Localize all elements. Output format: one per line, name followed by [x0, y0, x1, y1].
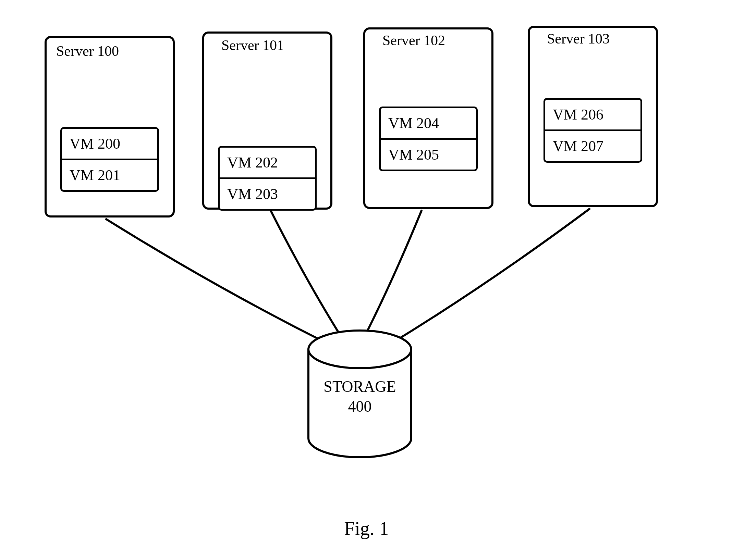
- vm-stack: VM 204VM 205: [379, 107, 478, 170]
- server-label: Server 103: [543, 28, 613, 49]
- storage-label: STORAGE 400: [315, 377, 404, 416]
- server-100: Server 100VM 200VM 201: [45, 36, 175, 217]
- connection-line: [363, 211, 422, 339]
- vm-box: VM 206: [543, 98, 642, 131]
- vm-box: VM 200: [60, 127, 159, 160]
- vm-box: VM 207: [543, 129, 642, 163]
- vm-box: VM 202: [218, 146, 317, 179]
- server-label: Server 102: [379, 30, 449, 51]
- figure-caption: Fig. 1: [0, 518, 733, 539]
- vm-box: VM 201: [60, 159, 159, 192]
- storage-label-line2: 400: [315, 397, 404, 416]
- svg-point-0: [308, 331, 411, 368]
- server-label: Server 101: [218, 35, 288, 55]
- connection-line: [271, 211, 343, 339]
- vm-stack: VM 200VM 201: [60, 127, 159, 190]
- diagram-root: Server 100VM 200VM 201Server 101VM 202VM…: [0, 0, 733, 560]
- connection-line: [387, 209, 589, 346]
- server-102: Server 102VM 204VM 205: [363, 27, 493, 209]
- server-103: Server 103VM 206VM 207: [528, 26, 658, 207]
- server-label: Server 100: [53, 41, 122, 61]
- vm-box: VM 204: [379, 107, 478, 140]
- vm-box: VM 203: [218, 177, 317, 211]
- vm-box: VM 205: [379, 138, 478, 171]
- server-101: Server 101VM 202VM 203: [202, 32, 332, 210]
- connection-line: [106, 219, 329, 344]
- vm-stack: VM 206VM 207: [543, 98, 642, 161]
- vm-stack: VM 202VM 203: [218, 146, 317, 209]
- storage-label-line1: STORAGE: [315, 377, 404, 397]
